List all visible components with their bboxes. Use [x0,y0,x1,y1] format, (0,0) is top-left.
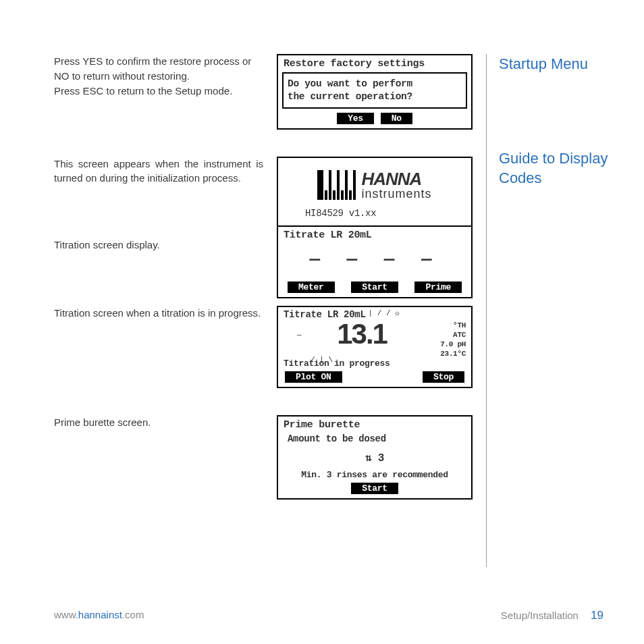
footer-section: Setup/Installation 19 [501,609,603,622]
lcd-yes-button: Yes [337,113,374,124]
progress-text: Titration screen when a titration is in … [54,306,263,321]
hanna-barcode-icon [317,170,356,200]
lcd-prime-title: Prime burette [278,417,471,432]
hanna-logo-text: HANNA instruments [361,169,431,201]
lcd-progress-status: Titration in progress [284,358,390,369]
sidebar-heading-guide: Guide to Display Codes [499,149,644,188]
lcd-titrate-title: Titrate LR 20mL [278,227,471,242]
lcd-start-button: Start [351,281,398,293]
updown-icon: ⇅ [365,452,371,464]
titrate-text: Titration screen display. [54,238,263,252]
lcd-prime-amount-label: Amount to be dosed [284,433,466,444]
lcd-meter-button: Meter [288,281,335,293]
page-number: 19 [591,609,603,622]
lcd-titrate-reading: — — — — [278,242,471,281]
lcd-no-button: No [381,113,412,124]
lcd-progress: Titrate LR 20mL | / / ☼ — 13.1 / | \ °TH… [277,306,473,388]
right-sidebar: Startup Menu Guide to Display Codes [486,54,644,567]
model-version: HI84529 v1.xx [278,205,471,225]
footer-url: www.hannainst.com [54,609,144,622]
prime-text: Prime burette screen. [54,415,263,430]
burst-left-icon: — [297,331,302,339]
lcd-titrate: Titrate LR 20mL — — — — Meter Start Prim… [277,227,473,298]
lcd-prime: Prime burette Amount to be dosed ⇅ 3 Min… [277,415,473,500]
lcd-prime-value: 3 [378,452,384,464]
lcd-restore-title: Restore factory settings [278,55,471,71]
restore-text-2: Press ESC to return to the Setup mode. [54,84,263,99]
restore-text-1: Press YES to confirm the restore process… [54,54,263,84]
lcd-restore-prompt: Do you want to perform the current opera… [282,72,467,109]
lcd-progress-reading: 13.1 [337,318,387,350]
lcd-restore: Restore factory settings Do you want to … [277,54,473,130]
page-footer: www.hannainst.com Setup/Installation 19 [54,609,603,622]
lcd-prime-button: Prime [414,281,462,293]
lcd-ploton-button: Plot ON [285,371,342,383]
lcd-progress-sideinfo: °TH ATC 7.0 pH 23.1°C [440,320,466,358]
sidebar-heading-startup: Startup Menu [499,54,644,74]
lcd-stop-button: Stop [423,371,464,383]
startup-text: This screen appears when the instrument … [54,157,263,186]
lcd-prime-rec: Min. 3 rinses are recommended [284,470,466,480]
lcd-prime-start-button: Start [351,483,398,494]
stir-icon: | / / ☼ [369,309,400,317]
burst-bottom-icon: / | \ [311,356,333,364]
lcd-startup: HANNA instruments HI84529 v1.xx [277,157,473,227]
